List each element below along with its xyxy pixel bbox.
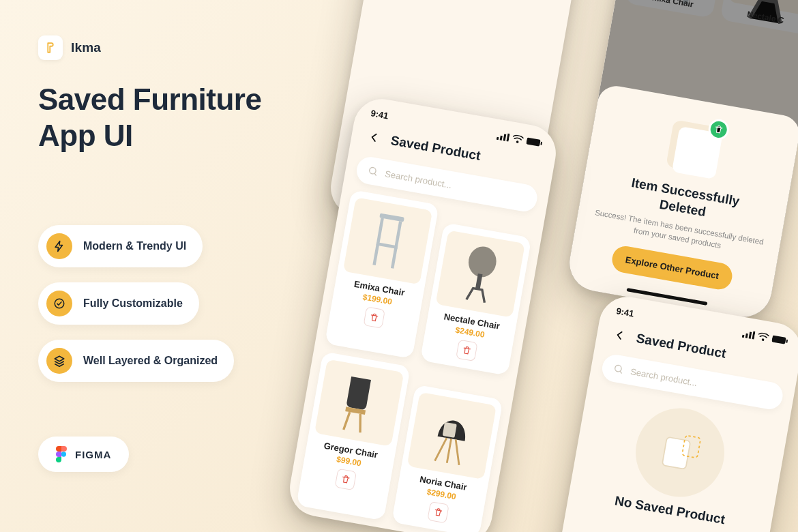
- delete-button[interactable]: [456, 340, 477, 361]
- svg-rect-20: [475, 274, 483, 289]
- bolt-icon: [46, 233, 72, 259]
- svg-rect-28: [749, 331, 752, 338]
- svg-rect-23: [317, 528, 354, 532]
- svg-rect-8: [497, 136, 499, 139]
- brand: Ikma: [38, 35, 101, 60]
- search-icon: [367, 165, 380, 178]
- success-illustration: [660, 113, 728, 181]
- svg-rect-11: [507, 133, 510, 141]
- product-thumb: [292, 521, 376, 532]
- svg-rect-29: [752, 331, 756, 339]
- figma-label: FIGMA: [75, 449, 111, 460]
- brand-name: Ikma: [71, 40, 101, 55]
- svg-rect-16: [372, 218, 384, 265]
- svg-rect-33: [662, 437, 691, 469]
- svg-rect-17: [391, 221, 402, 268]
- svg-rect-30: [771, 335, 786, 344]
- empty-illustration: [629, 401, 732, 504]
- search-placeholder: Search product...: [384, 168, 452, 190]
- svg-rect-9: [500, 135, 503, 140]
- feature-label: Well Layered & Organized: [83, 355, 218, 367]
- status-time: 9:41: [615, 306, 634, 319]
- svg-point-19: [466, 244, 499, 279]
- search-icon: [612, 363, 625, 376]
- feature-list: Modern & Trendy UI Fully Customizable We…: [38, 225, 234, 382]
- feature-pill-modern: Modern & Trendy UI: [38, 225, 203, 267]
- figma-badge: FIGMA: [38, 437, 129, 472]
- figma-icon: [56, 446, 67, 462]
- feature-pill-customizable: Fully Customizable: [38, 282, 199, 325]
- product-card[interactable]: Emixa Chair $199.00: [325, 190, 439, 359]
- battery-icon: [526, 136, 544, 147]
- product-thumb: [435, 231, 524, 318]
- svg-rect-22: [443, 422, 457, 438]
- headline-line-2: App UI: [38, 118, 261, 154]
- svg-rect-12: [526, 137, 540, 146]
- back-button[interactable]: [608, 323, 632, 347]
- screen-saved-products: 9:41 Saved Product Search product... Emi…: [285, 95, 560, 532]
- brand-logo: [38, 35, 63, 60]
- battery-icon: [771, 334, 789, 345]
- back-button[interactable]: [362, 125, 386, 149]
- layers-icon: [46, 348, 72, 374]
- svg-rect-13: [540, 141, 542, 145]
- feature-label: Modern & Trendy UI: [83, 240, 186, 252]
- svg-rect-10: [503, 134, 507, 141]
- product-thumb: [343, 197, 432, 284]
- svg-point-32: [615, 365, 622, 372]
- product-card[interactable]: Nectale Chair $249.00: [420, 222, 532, 375]
- screen-delete-success: Emixa Chair Nectale C Item Successfully …: [565, 0, 798, 321]
- signal-icon: [742, 329, 756, 339]
- delete-button[interactable]: [335, 469, 357, 490]
- headline-line-1: Saved Furniture: [38, 82, 261, 118]
- screen-empty-state: 9:41 Saved Product Search product... No …: [531, 293, 798, 532]
- svg-point-1: [61, 452, 66, 456]
- headline: Saved Furniture App UI: [38, 82, 261, 154]
- signal-icon: [497, 131, 510, 141]
- feature-pill-layered: Well Layered & Organized: [38, 340, 234, 382]
- wifi-icon: [757, 331, 769, 342]
- product-thumb: [407, 392, 497, 479]
- delete-button[interactable]: [363, 306, 385, 328]
- product-thumb: [314, 359, 404, 447]
- explore-other-button[interactable]: Explore Other Product: [610, 244, 735, 291]
- search-placeholder: Search product...: [630, 366, 698, 388]
- status-time: 9:41: [370, 108, 389, 121]
- svg-rect-26: [742, 334, 745, 337]
- feature-label: Fully Customizable: [83, 297, 183, 310]
- check-circle-icon: [46, 291, 72, 316]
- svg-rect-31: [786, 339, 788, 342]
- wifi-icon: [512, 134, 524, 144]
- product-card[interactable]: Gregor Chair $99.00: [296, 351, 411, 520]
- svg-rect-18: [376, 242, 398, 249]
- success-sheet: Item Successfully Deleted Success! The i…: [565, 83, 798, 321]
- svg-point-14: [369, 167, 376, 175]
- delete-button[interactable]: [427, 501, 449, 523]
- product-card[interactable]: Noria Chair $299.00: [391, 385, 503, 532]
- svg-rect-27: [745, 333, 748, 338]
